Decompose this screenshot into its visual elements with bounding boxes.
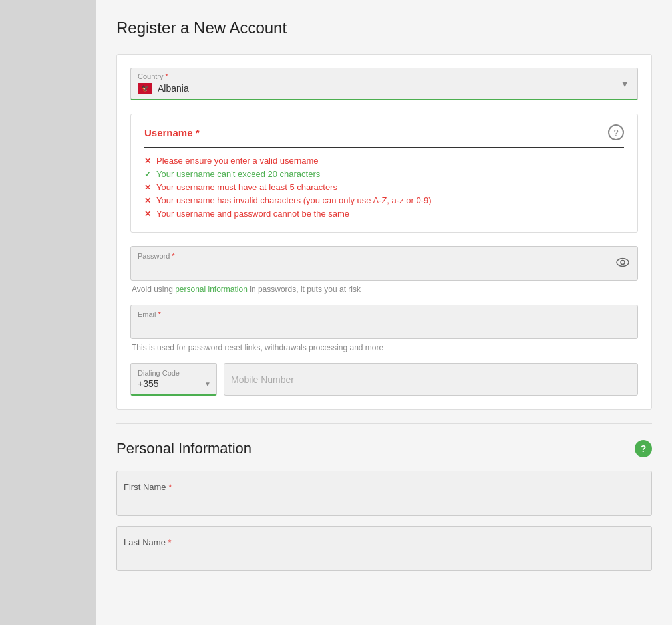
- password-input[interactable]: [131, 247, 637, 280]
- password-hint: Avoid using personal information in pass…: [130, 285, 638, 294]
- username-header: Username * ?: [144, 124, 624, 148]
- svg-point-1: [621, 261, 625, 265]
- password-field-group: Password * Avoid using personal informat…: [130, 246, 638, 294]
- username-field-group: Username * ? ✕ Please ensure you enter a…: [130, 114, 638, 233]
- last-name-required: *: [168, 537, 172, 547]
- sidebar: [0, 0, 96, 625]
- personal-info-section: Personal Information ? First Name * Last…: [116, 440, 652, 571]
- validation-item-2: ✕ Your username must have at least 5 cha…: [144, 182, 624, 192]
- mobile-number-input[interactable]: [224, 364, 637, 393]
- validation-item-4: ✕ Your username and password cannot be t…: [144, 209, 624, 219]
- dialing-code-value: +355: [138, 378, 210, 389]
- validation-item-0: ✕ Please ensure you enter a valid userna…: [144, 156, 624, 166]
- section-divider: [116, 423, 652, 424]
- albania-flag-icon: [138, 83, 152, 94]
- country-required: *: [166, 72, 168, 80]
- username-help-icon[interactable]: ?: [608, 124, 624, 140]
- validation-list: ✕ Please ensure you enter a valid userna…: [144, 156, 624, 219]
- dialing-code-dropdown[interactable]: Dialing Code +355 ▼: [130, 363, 217, 396]
- username-required: *: [196, 127, 200, 138]
- country-value-display: Albania: [138, 83, 631, 94]
- password-wrapper: Password *: [130, 246, 638, 281]
- personal-info-title: Personal Information: [116, 440, 252, 457]
- first-name-label: First Name *: [124, 482, 172, 492]
- first-name-wrapper: First Name *: [116, 471, 652, 516]
- country-label: Country *: [138, 72, 168, 80]
- success-icon-1: ✓: [144, 170, 151, 179]
- country-dropdown[interactable]: Country * Albania ▼: [130, 68, 638, 100]
- dialing-chevron-icon: ▼: [204, 380, 211, 388]
- dialing-code-label: Dialing Code: [138, 369, 210, 377]
- email-input[interactable]: [131, 305, 637, 338]
- error-icon-3: ✕: [144, 196, 151, 205]
- password-hint-link: personal information: [175, 285, 248, 294]
- username-section: Username * ? ✕ Please ensure you enter a…: [130, 114, 638, 233]
- error-icon-2: ✕: [144, 183, 151, 192]
- country-field-group: Country * Albania ▼: [130, 68, 638, 100]
- last-name-input[interactable]: [124, 547, 645, 561]
- validation-item-1: ✓ Your username can't exceed 20 characte…: [144, 169, 624, 179]
- password-visibility-icon[interactable]: [616, 258, 629, 269]
- validation-item-3: ✕ Your username has invalid characters (…: [144, 195, 624, 205]
- account-section: Country * Albania ▼ Username * ?: [116, 54, 652, 410]
- last-name-label: Last Name *: [124, 537, 172, 547]
- mobile-number-wrapper: Mobile Number: [224, 363, 638, 396]
- error-icon-0: ✕: [144, 156, 151, 166]
- first-name-required: *: [168, 482, 172, 492]
- country-selected-value: Albania: [158, 83, 189, 94]
- email-field-group: Email * This is used for password reset …: [130, 305, 638, 352]
- email-wrapper: Email *: [130, 305, 638, 339]
- country-chevron-icon: ▼: [620, 78, 629, 89]
- error-icon-4: ✕: [144, 209, 151, 219]
- main-content: Register a New Account Country * Albania…: [96, 0, 672, 625]
- personal-info-help-icon[interactable]: ?: [635, 440, 652, 457]
- last-name-wrapper: Last Name *: [116, 526, 652, 571]
- username-title: Username *: [144, 127, 200, 138]
- first-name-input[interactable]: [124, 492, 645, 505]
- email-hint: This is used for password reset links, w…: [130, 343, 638, 352]
- svg-point-0: [617, 259, 629, 267]
- phone-row: Dialing Code +355 ▼ Mobile Number: [130, 363, 638, 396]
- page-title: Register a New Account: [116, 19, 652, 37]
- personal-info-header: Personal Information ?: [116, 440, 652, 457]
